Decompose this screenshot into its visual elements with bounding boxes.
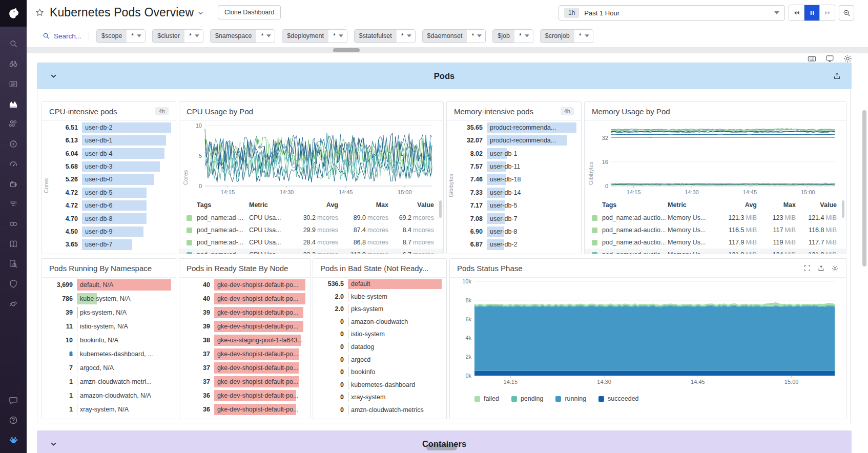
toplist-row[interactable]: 0kubernetes-dashboard: [319, 378, 442, 391]
table-row[interactable]: pod_name:ad-auctio...Memory Us...117.9Mi…: [585, 236, 846, 249]
toplist-row[interactable]: 37gke-dev-shopist-default-po...: [185, 361, 305, 375]
monitors-icon[interactable]: [0, 154, 27, 174]
page-title[interactable]: Kubernetes Pods Overview: [50, 6, 194, 19]
security-icon[interactable]: [0, 274, 27, 294]
toplist-row[interactable]: 39gke-dev-shopist-default-po...: [185, 305, 305, 319]
toplist-row[interactable]: 4.72user-db-6: [53, 199, 171, 212]
toplist-row[interactable]: 11istio-system, N/A: [48, 319, 171, 333]
fullscreen-icon[interactable]: [803, 264, 811, 272]
column-header-tags[interactable]: Tags: [602, 201, 668, 209]
column-header-metric[interactable]: Metric: [668, 201, 713, 209]
toplist-row[interactable]: 36gke-dev-shopist-default-po...: [185, 388, 305, 402]
table-row[interactable]: pod_name:ad-...CPU Usa...32.3mcores113.9…: [179, 249, 443, 254]
template-variable-statefulset[interactable]: $statefulset*: [354, 29, 416, 43]
help-icon[interactable]: [0, 410, 27, 430]
toplist-row[interactable]: 4.70user-db-8: [53, 212, 171, 225]
toplist-row[interactable]: 40gke-dev-shopist-default-po...: [185, 278, 305, 292]
toplist-row[interactable]: 1xray-system, N/A: [48, 402, 171, 416]
pods-group-header[interactable]: Pods: [37, 63, 852, 89]
toplist-row[interactable]: 6.51user-db-2: [53, 121, 171, 134]
toplist-row[interactable]: 6.87user-db-2: [458, 238, 576, 251]
logs-icon[interactable]: [0, 194, 27, 214]
time-backward-button[interactable]: [789, 5, 804, 20]
template-variable-cluster[interactable]: $cluster*: [152, 29, 203, 43]
table-scrollbar-thumb[interactable]: [439, 200, 442, 218]
template-variable-job[interactable]: $job*: [492, 29, 533, 43]
top-scrollbar-thumb[interactable]: [333, 48, 360, 52]
gear-icon[interactable]: [831, 264, 839, 272]
toplist-row[interactable]: 3.65user-db-7: [53, 238, 171, 251]
apm-icon[interactable]: [0, 134, 27, 154]
toplist-row[interactable]: 786kube-system, N/A: [48, 292, 171, 305]
toplist-row[interactable]: 4.50user-db-9: [53, 225, 171, 238]
cpu-usage-chart[interactable]: 105014:1514:3014:4515:00: [191, 122, 438, 197]
favorite-star-icon[interactable]: [35, 8, 45, 17]
toplist-row[interactable]: 36gke-dev-shopist-default-po...: [185, 402, 305, 416]
toplist-row[interactable]: 6.90user-db-8: [458, 225, 576, 238]
toplist-row[interactable]: 0xray-system: [319, 391, 442, 404]
toplist-row[interactable]: 536.5default: [319, 278, 442, 291]
column-header-tags[interactable]: Tags: [197, 201, 249, 209]
pause-button[interactable]: [804, 5, 819, 20]
bits-icon[interactable]: [0, 430, 27, 450]
table-row[interactable]: pod_name:ad-...CPU Usa...28.4mcores86.8m…: [179, 236, 443, 249]
chat-icon[interactable]: [0, 390, 27, 410]
column-header-max[interactable]: Max: [338, 201, 388, 209]
toplist-row[interactable]: 32.07product-recommenda...: [458, 134, 576, 147]
vertical-scrollbar-thumb[interactable]: [862, 110, 866, 266]
toplist-row[interactable]: 0amzn-cloudwatch-metrics: [319, 403, 442, 416]
toplist-row[interactable]: 37gke-dev-shopist-default-po...: [185, 347, 305, 361]
zoom-out-button[interactable]: [839, 5, 854, 20]
toplist-row[interactable]: 3,699default, N/A: [48, 278, 171, 292]
table-scrollbar-thumb[interactable]: [842, 200, 844, 218]
toplist-row[interactable]: 39pks-system, N/A: [48, 305, 171, 319]
table-row[interactable]: pod_name:ad-auctio...Memory Us...121.9Mi…: [585, 249, 846, 254]
toplist-row[interactable]: 0bookinfo: [319, 366, 442, 379]
time-forward-button[interactable]: [819, 5, 835, 20]
toplist-row[interactable]: 7.33user-db-14: [458, 186, 576, 199]
toplist-row[interactable]: 6.13user-db-1: [53, 134, 171, 147]
template-variable-deployment[interactable]: $deployment*: [282, 29, 347, 43]
log-explorer-icon[interactable]: [0, 254, 27, 274]
toplist-row[interactable]: 10bookinfo, N/A: [48, 333, 171, 347]
toplist-row[interactable]: 39gke-dev-shopist-default-po...: [185, 319, 305, 333]
toplist-row[interactable]: 1amzn-cloudwatch-metri...: [48, 375, 171, 388]
datadog-logo-icon[interactable]: [0, 0, 27, 27]
legend-item-failed[interactable]: failed: [474, 395, 499, 402]
synthetics-icon[interactable]: [0, 214, 27, 234]
toplist-row[interactable]: 0argocd: [319, 353, 442, 366]
template-variable-namespace[interactable]: $namespace*: [210, 29, 275, 43]
toplist-row[interactable]: 7.57user-db-11: [458, 160, 576, 173]
infrastructure-icon[interactable]: [0, 114, 27, 134]
toplist-row[interactable]: 40gke-dev-shopist-default-po...: [185, 292, 305, 305]
time-range-picker[interactable]: 1h Past 1 Hour: [559, 5, 785, 20]
column-header-value[interactable]: Value: [388, 201, 434, 209]
template-variable-daemonset[interactable]: $daemonset*: [422, 29, 486, 43]
toplist-row[interactable]: 0istio-system: [319, 328, 442, 341]
column-header-metric[interactable]: Metric: [249, 201, 290, 209]
watchdog-icon[interactable]: [0, 54, 27, 74]
dashboards-icon[interactable]: [0, 94, 27, 114]
toplist-row[interactable]: 8.02user-db-1: [458, 147, 576, 160]
integrations-icon[interactable]: [0, 174, 27, 194]
template-variable-scope[interactable]: $scope*: [96, 29, 146, 43]
events-icon[interactable]: [0, 74, 27, 94]
toplist-row[interactable]: 6.04user-db-4: [53, 147, 171, 160]
memory-usage-chart[interactable]: 3216014:1514:3014:4515:00: [596, 122, 841, 197]
column-header-max[interactable]: Max: [757, 201, 796, 209]
toplist-row[interactable]: 0amazon-cloudwatch: [319, 316, 442, 328]
column-header-avg[interactable]: Avg: [290, 201, 338, 209]
legend-item-succeeded[interactable]: succeeded: [598, 395, 638, 402]
table-row[interactable]: pod_name:ad-auctio...Memory Us...116.5Mi…: [585, 224, 846, 236]
toplist-row[interactable]: 1amazon-cloudwatch, N/A: [48, 388, 171, 402]
toplist-row[interactable]: 38gke-us-staging-pool-1-fa643...: [185, 333, 305, 347]
notebooks-icon[interactable]: [0, 234, 27, 254]
template-variable-cronjob[interactable]: $cronjob*: [540, 29, 593, 43]
pods-status-phase-chart[interactable]: 10k8k6k4k2k0k14:1514:3014:4515:00: [457, 278, 840, 387]
toplist-row[interactable]: 35.65product-recommenda...: [458, 121, 576, 134]
toplist-row[interactable]: 0datadog: [319, 341, 442, 354]
toplist-row[interactable]: 7.46user-db-18: [458, 173, 576, 186]
export-icon[interactable]: [817, 264, 825, 272]
column-header-avg[interactable]: Avg: [713, 201, 757, 209]
toplist-row[interactable]: 2.0kube-system: [319, 291, 442, 303]
